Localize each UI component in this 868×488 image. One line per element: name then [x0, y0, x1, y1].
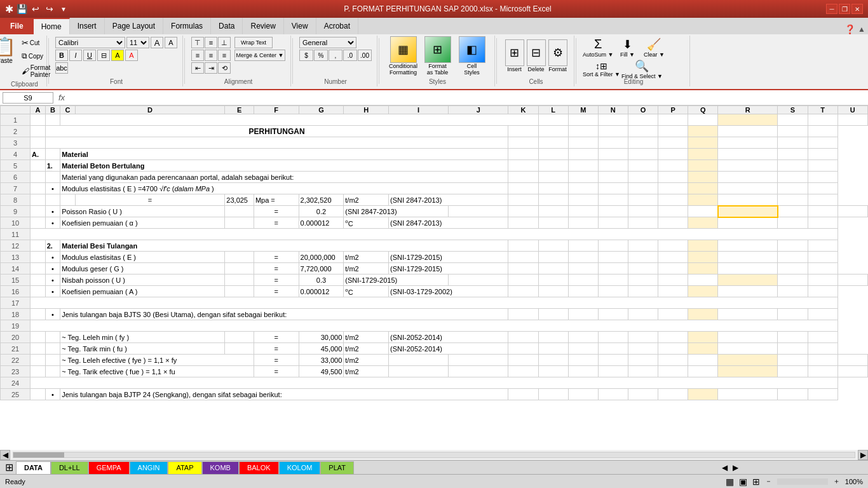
col-header-N[interactable]: N	[598, 106, 628, 114]
cell-A13[interactable]	[31, 252, 46, 263]
sort-filter-btn[interactable]: ↕⊞ Sort & Filter ▼	[583, 61, 620, 78]
view-normal-btn[interactable]: ▦	[726, 477, 734, 487]
cell-P21[interactable]	[628, 343, 658, 355]
cell-B14[interactable]: •	[45, 263, 60, 274]
align-bottom-btn[interactable]: ⊥	[218, 37, 231, 48]
cell-Q25[interactable]	[658, 389, 688, 400]
cell-L15[interactable]	[538, 274, 568, 286]
cell-O7[interactable]	[598, 183, 628, 194]
cell-Q20[interactable]	[658, 332, 688, 343]
cell-B15[interactable]: •	[45, 274, 60, 286]
cell-T4[interactable]	[778, 149, 808, 160]
cell-S2[interactable]	[718, 126, 778, 137]
cell-P14[interactable]	[628, 263, 658, 274]
cell-17-empty[interactable]	[31, 297, 838, 309]
cell-E9[interactable]	[225, 206, 254, 217]
col-header-C[interactable]: C	[60, 106, 76, 114]
cell-M9[interactable]	[568, 206, 598, 217]
cell-M1[interactable]	[568, 114, 598, 126]
cell-U10[interactable]	[808, 217, 837, 229]
cell-U4[interactable]	[808, 149, 837, 160]
cell-N4[interactable]	[568, 149, 598, 160]
cell-T20[interactable]	[778, 332, 808, 343]
cell-P22[interactable]	[658, 355, 688, 366]
cell-R12[interactable]	[688, 240, 718, 252]
cell-C8[interactable]	[60, 194, 76, 206]
text-direction-btn[interactable]: ⟲	[218, 62, 231, 74]
cell-R3[interactable]	[688, 137, 718, 149]
cell-T1[interactable]	[808, 114, 837, 126]
cell-S14[interactable]	[718, 263, 778, 274]
autosum-btn[interactable]: Σ AutoSum ▼	[583, 37, 613, 58]
cell-S4[interactable]	[718, 149, 778, 160]
sheet-add-btn[interactable]: ⊞	[3, 461, 16, 473]
font-color-button[interactable]: A	[125, 50, 138, 61]
cell-T18[interactable]	[778, 309, 808, 320]
cell-S9-selected[interactable]	[718, 206, 778, 217]
cell-O18[interactable]	[598, 309, 628, 320]
cell-S7[interactable]	[718, 183, 778, 194]
cell-R4[interactable]	[688, 149, 718, 160]
cell-J23[interactable]	[449, 366, 508, 377]
cell-U13[interactable]	[808, 252, 837, 263]
sheet-nav-left[interactable]: ◀	[719, 463, 730, 472]
cell-K9[interactable]	[508, 206, 538, 217]
cell-B20[interactable]	[45, 332, 60, 343]
cell-Q8[interactable]	[658, 194, 688, 206]
cell-M21[interactable]	[538, 343, 568, 355]
merge-center-btn[interactable]: Merge & Center ▼	[234, 50, 285, 61]
cell-Q9[interactable]	[688, 206, 718, 217]
cell-U15[interactable]	[837, 274, 867, 286]
cell-T16[interactable]	[778, 286, 808, 297]
cell-E13[interactable]	[225, 252, 254, 263]
cell-N20[interactable]	[568, 332, 598, 343]
cell-T13[interactable]	[778, 252, 808, 263]
cell-L20[interactable]	[508, 332, 538, 343]
cell-L25[interactable]	[508, 389, 538, 400]
cell-C14[interactable]: Modulus geser ( G )	[60, 263, 225, 274]
increase-indent-btn[interactable]: ⇥	[205, 62, 217, 74]
cell-M2[interactable]	[538, 126, 568, 137]
cell-N22[interactable]	[598, 355, 628, 366]
cell-U22[interactable]	[837, 355, 867, 366]
cell-R21[interactable]	[688, 343, 718, 355]
increase-font-btn[interactable]: A	[151, 37, 163, 48]
minimize-btn[interactable]: ─	[826, 4, 837, 14]
cell-Q10[interactable]	[658, 217, 688, 229]
cell-U7[interactable]	[808, 183, 837, 194]
cell-C6[interactable]: Material yang digunakan pada perencanaan…	[60, 172, 508, 183]
cell-Q5[interactable]	[658, 160, 688, 172]
cell-G22[interactable]: 33,000	[299, 355, 344, 366]
scroll-right-btn[interactable]: ▶	[858, 450, 868, 460]
cell-O22[interactable]	[628, 355, 658, 366]
cell-S23[interactable]	[778, 366, 808, 377]
decrease-indent-btn[interactable]: ⇤	[191, 62, 204, 74]
cell-B10[interactable]: •	[45, 217, 60, 229]
bold-button[interactable]: B	[55, 50, 68, 61]
cell-H10[interactable]: oC	[344, 217, 389, 229]
cell-S21[interactable]	[718, 343, 778, 355]
fill-btn[interactable]: ⬇ Fill ▼	[614, 37, 640, 58]
cell-U9[interactable]	[808, 206, 837, 217]
cell-F14[interactable]: =	[254, 263, 299, 274]
cell-E21[interactable]	[225, 343, 254, 355]
cell-Q15[interactable]	[688, 274, 718, 286]
cell-L14[interactable]	[508, 263, 538, 274]
cell-B5[interactable]: 1.	[45, 160, 60, 172]
cell-S22[interactable]	[778, 355, 808, 366]
cell-A25[interactable]	[31, 389, 46, 400]
cell-L1[interactable]	[538, 114, 568, 126]
cell-O8[interactable]	[598, 194, 628, 206]
cell-F9[interactable]: =	[254, 206, 299, 217]
cell-P4[interactable]	[628, 149, 658, 160]
cell-I21[interactable]: (SNI-2052-2014)	[388, 343, 508, 355]
cell-P2[interactable]	[628, 126, 658, 137]
cell-A23[interactable]	[31, 366, 46, 377]
cell-A12[interactable]	[31, 240, 46, 252]
customize-quick-btn[interactable]: ▼	[58, 3, 69, 15]
tab-home[interactable]: Home	[34, 18, 70, 34]
cell-A9[interactable]	[31, 206, 46, 217]
align-left-btn[interactable]: ≡	[191, 50, 204, 61]
cell-C4[interactable]: Material	[60, 149, 508, 160]
cell-S8[interactable]	[718, 194, 778, 206]
